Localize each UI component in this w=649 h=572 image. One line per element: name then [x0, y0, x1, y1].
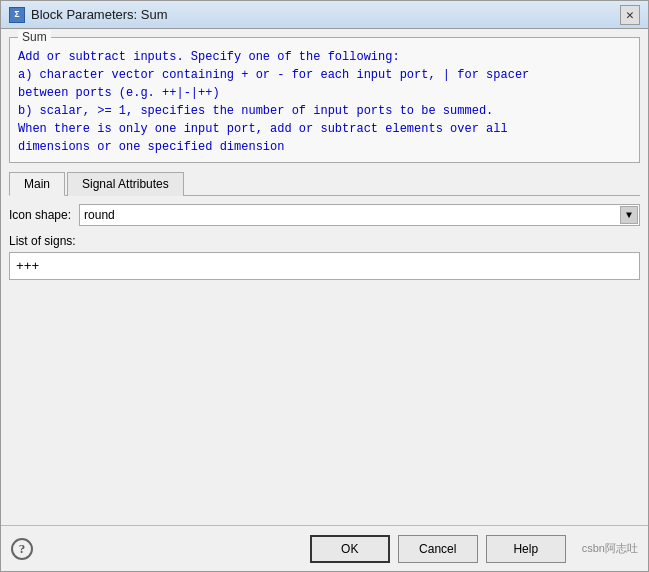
ok-button[interactable]: OK: [310, 535, 390, 563]
bottom-buttons: OK Cancel Help csbn阿志吐: [310, 535, 638, 563]
icon-shape-select[interactable]: round rectangular: [79, 204, 640, 226]
list-of-signs-label: List of signs:: [9, 234, 640, 248]
cancel-button[interactable]: Cancel: [398, 535, 478, 563]
tab-bar: Main Signal Attributes: [9, 171, 640, 196]
title-bar: Σ Block Parameters: Sum ✕: [1, 1, 648, 29]
help-circle-icon[interactable]: ?: [11, 538, 33, 560]
help-button[interactable]: Help: [486, 535, 566, 563]
watermark-text: csbn阿志吐: [582, 541, 638, 556]
icon-shape-label: Icon shape:: [9, 208, 71, 222]
spacer: [9, 344, 640, 517]
desc-line-2: a) character vector containing + or - fo…: [18, 66, 631, 84]
description-group: Sum Add or subtract inputs. Specify one …: [9, 37, 640, 163]
desc-line-4: b) scalar, >= 1, specifies the number of…: [18, 102, 631, 120]
close-button[interactable]: ✕: [620, 5, 640, 25]
window-title: Block Parameters: Sum: [31, 7, 168, 22]
window-icon: Σ: [9, 7, 25, 23]
tab-signal-attributes[interactable]: Signal Attributes: [67, 172, 184, 196]
tabs-area: Main Signal Attributes Icon shape: round…: [9, 171, 640, 344]
dialog-window: Σ Block Parameters: Sum ✕ Sum Add or sub…: [0, 0, 649, 572]
content-area: Sum Add or subtract inputs. Specify one …: [1, 29, 648, 525]
description-text: Add or subtract inputs. Specify one of t…: [18, 44, 631, 156]
desc-line-1: Add or subtract inputs. Specify one of t…: [18, 48, 631, 66]
bottom-left: ?: [11, 538, 33, 560]
bottom-bar: ? OK Cancel Help csbn阿志吐: [1, 525, 648, 571]
title-bar-left: Σ Block Parameters: Sum: [9, 7, 168, 23]
tab-main-content: Icon shape: round rectangular ▼ List of …: [9, 204, 640, 280]
desc-line-6: dimensions or one specified dimension: [18, 138, 631, 156]
list-of-signs-input[interactable]: [9, 252, 640, 280]
list-of-signs-row: List of signs:: [9, 234, 640, 280]
icon-shape-row: Icon shape: round rectangular ▼: [9, 204, 640, 226]
tab-main[interactable]: Main: [9, 172, 65, 196]
description-group-label: Sum: [18, 30, 51, 44]
icon-shape-dropdown-wrapper: round rectangular ▼: [79, 204, 640, 226]
desc-line-5: When there is only one input port, add o…: [18, 120, 631, 138]
desc-line-3: between ports (e.g. ++|-|++): [18, 84, 631, 102]
